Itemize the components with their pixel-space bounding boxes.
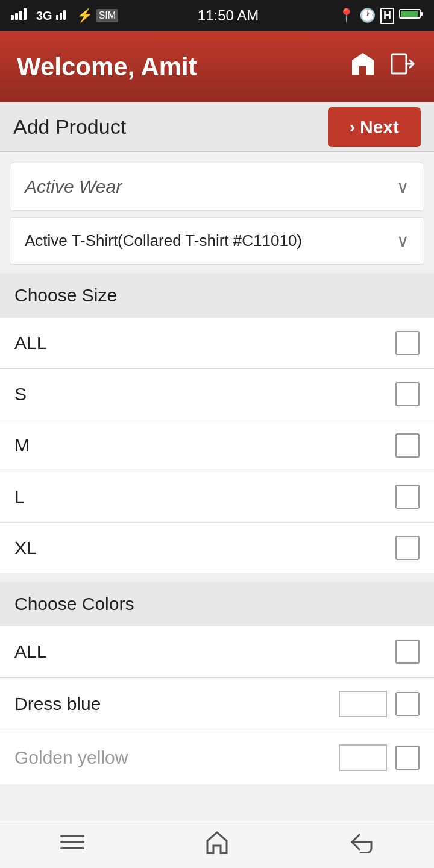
svg-rect-3 [24,8,27,20]
status-bar: 3G ⚡ SIM 11:50 AM 📍 🕐 H [0,0,434,31]
signal-icon [11,8,33,24]
next-button[interactable]: › Next [328,107,421,147]
size-section-header: Choose Size [0,273,434,318]
size-checkbox-all[interactable] [395,331,420,355]
size-item-s-label: S [14,384,27,404]
color-list: ALL Dress blue Golden yellow [0,626,434,784]
svg-rect-4 [56,15,58,20]
toolbar: Add Product › Next [0,102,434,152]
size-item-m-label: M [14,435,30,456]
product-dropdown-label: Active T-Shirt(Collared T-shirt #C11010) [25,231,302,250]
color-item-golden-yellow-right [339,744,420,771]
size-item-s[interactable]: S [0,369,434,420]
svg-rect-1 [15,13,18,20]
svg-rect-0 [11,15,14,20]
color-item-dress-blue-right [339,691,420,717]
menu-button[interactable] [41,825,104,864]
size-item-all-label: ALL [14,333,46,353]
chevron-right-icon: › [350,118,355,137]
svg-rect-8 [420,12,423,16]
page-title: Add Product [13,115,126,139]
back-nav-button[interactable] [330,825,393,864]
next-button-label: Next [360,117,399,137]
color-checkbox-all[interactable] [395,640,420,664]
color-item-golden-yellow[interactable]: Golden yellow [0,731,434,784]
size-item-l-label: L [14,486,25,507]
logout-icon-button[interactable] [388,49,417,84]
header: Welcome, Amit [0,31,434,102]
status-time: 11:50 AM [198,7,259,24]
size-checkbox-m[interactable] [395,433,420,458]
color-checkbox-golden-yellow[interactable] [395,746,420,770]
size-section-label: Choose Size [14,285,117,305]
size-checkbox-s[interactable] [395,382,420,406]
size-item-xl[interactable]: XL [0,523,434,573]
sim-icon: SIM [96,9,118,22]
status-right-icons: 📍 🕐 H [338,8,423,24]
size-item-l[interactable]: L [0,471,434,523]
signal-icon-2 [56,8,73,24]
svg-rect-2 [19,11,22,20]
bottom-nav [0,820,434,868]
color-section-header: Choose Colors [0,582,434,626]
size-checkbox-xl[interactable] [395,536,420,560]
svg-rect-6 [63,10,66,20]
color-item-all-right [395,640,420,664]
color-section-label: Choose Colors [14,594,134,614]
battery-icon [399,8,423,24]
color-item-all[interactable]: ALL [0,626,434,678]
network-label: 3G [36,9,52,23]
size-checkbox-l[interactable] [395,485,420,509]
usb-icon: ⚡ [77,8,93,24]
color-item-dress-blue-label: Dress blue [14,694,101,714]
size-list: ALL S M L XL [0,318,434,573]
svg-rect-9 [401,11,418,17]
color-item-dress-blue[interactable]: Dress blue [0,678,434,731]
dress-blue-swatch [339,691,387,717]
color-checkbox-dress-blue[interactable] [395,692,420,716]
category-dropdown[interactable]: Active Wear ∨ [10,163,424,211]
svg-rect-5 [60,13,62,20]
size-item-xl-label: XL [14,538,37,558]
category-chevron-icon: ∨ [397,177,409,197]
home-nav-button[interactable] [186,823,248,866]
hd-icon: H [380,8,394,24]
size-item-m[interactable]: M [0,420,434,471]
clock-icon: 🕐 [359,8,376,24]
color-item-golden-yellow-label: Golden yellow [14,747,128,768]
category-dropdown-label: Active Wear [25,177,122,197]
svg-rect-10 [392,54,406,74]
header-icons [348,49,417,84]
location-icon: 📍 [338,8,354,24]
size-item-all[interactable]: ALL [0,318,434,369]
golden-yellow-swatch [339,744,387,771]
home-icon-button[interactable] [348,49,377,84]
status-left-icons: 3G ⚡ SIM [11,8,118,24]
product-dropdown[interactable]: Active T-Shirt(Collared T-shirt #C11010)… [10,217,424,265]
product-chevron-icon: ∨ [397,231,409,251]
color-item-all-label: ALL [14,641,46,662]
header-title: Welcome, Amit [17,52,197,81]
